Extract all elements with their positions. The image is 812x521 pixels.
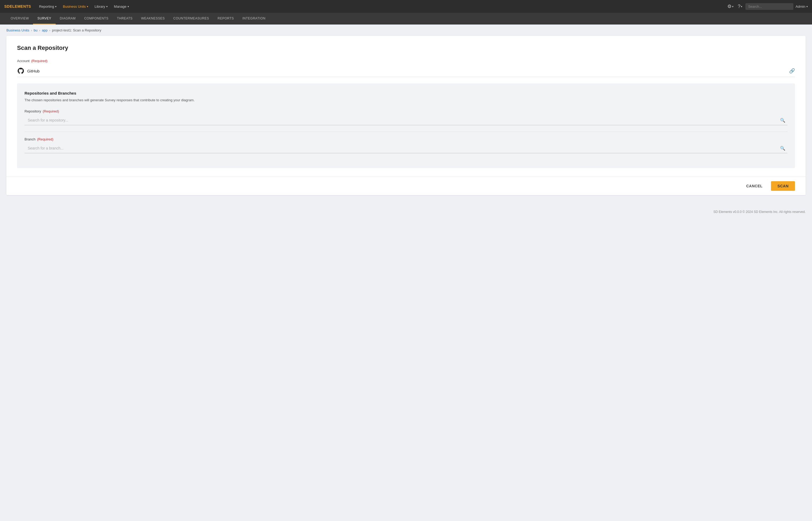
tab-integration[interactable]: INTEGRATION bbox=[238, 13, 270, 24]
breadcrumb-sep-1: › bbox=[31, 28, 32, 32]
logo-suffix: ELEMENTS bbox=[9, 4, 31, 8]
chevron-down-icon: ▾ bbox=[106, 5, 108, 8]
scan-button[interactable]: SCAN bbox=[771, 181, 795, 191]
search-icon: 🔍 bbox=[780, 146, 785, 151]
nav-manage[interactable]: Manage ▾ bbox=[111, 3, 132, 10]
settings-button[interactable]: ⚙ ▾ bbox=[726, 2, 735, 10]
breadcrumb-business-units[interactable]: Business Units bbox=[6, 28, 29, 32]
account-required-badge: (Required) bbox=[31, 59, 47, 63]
nav-reporting[interactable]: Reporting ▾ bbox=[37, 3, 59, 10]
branch-separator bbox=[24, 132, 788, 132]
account-label: Account (Required) bbox=[17, 59, 795, 63]
repo-section: Repositories and Branches The chosen rep… bbox=[17, 84, 795, 168]
tab-reports[interactable]: REPORTS bbox=[213, 13, 238, 24]
branch-search-field: 🔍 bbox=[24, 143, 788, 153]
help-icon: ? bbox=[738, 4, 740, 9]
chevron-down-icon: ▾ bbox=[806, 5, 808, 8]
chevron-down-icon: ▾ bbox=[732, 5, 734, 8]
tab-overview[interactable]: OVERVIEW bbox=[6, 13, 33, 24]
github-icon bbox=[17, 67, 24, 75]
chevron-down-icon: ▾ bbox=[741, 5, 742, 8]
link-icon[interactable]: 🔗 bbox=[789, 68, 795, 74]
nav-right: ⚙ ▾ ? ▾ Admin ▾ bbox=[726, 2, 808, 10]
nav-library[interactable]: Library ▾ bbox=[92, 3, 110, 10]
chevron-down-icon: ▾ bbox=[127, 5, 129, 8]
breadcrumb-sep-2: › bbox=[39, 28, 40, 32]
breadcrumb-app[interactable]: app bbox=[42, 28, 48, 32]
tab-weaknesses[interactable]: WEAKNESSES bbox=[137, 13, 169, 24]
branch-input[interactable] bbox=[24, 143, 788, 153]
repo-section-title: Repositories and Branches bbox=[24, 91, 788, 95]
repository-input[interactable] bbox=[24, 115, 788, 125]
card-body: Scan a Repository Account (Required) Git… bbox=[6, 36, 806, 177]
breadcrumb: Business Units › bu › app › project-test… bbox=[0, 24, 812, 36]
page-footer: SD Elements v0.0.0 © 2024 SD Elements In… bbox=[0, 206, 812, 218]
tab-survey[interactable]: SURVEY bbox=[33, 13, 55, 24]
tab-threats[interactable]: THREATS bbox=[113, 13, 137, 24]
form-card: Scan a Repository Account (Required) Git… bbox=[6, 36, 806, 195]
nav-business-units[interactable]: Business Units ▾ bbox=[60, 3, 91, 10]
tab-countermeasures[interactable]: COUNTERMEASURES bbox=[169, 13, 213, 24]
admin-menu[interactable]: Admin ▾ bbox=[795, 4, 808, 8]
repository-search-field: 🔍 bbox=[24, 115, 788, 125]
logo-prefix: SD bbox=[4, 4, 9, 8]
repository-label: Repository (Required) bbox=[24, 109, 788, 113]
breadcrumb-current: project-test1: Scan a Repository bbox=[52, 28, 101, 32]
repository-required-badge: (Required) bbox=[43, 109, 59, 113]
breadcrumb-sep-3: › bbox=[49, 28, 50, 32]
main-content: Scan a Repository Account (Required) Git… bbox=[0, 36, 812, 206]
cancel-button[interactable]: CANCEL bbox=[741, 181, 768, 191]
branch-required-badge: (Required) bbox=[37, 137, 53, 141]
account-row: GitHub 🔗 bbox=[17, 65, 795, 77]
repo-section-desc: The chosen repositories and branches wil… bbox=[24, 97, 788, 103]
breadcrumb-bu[interactable]: bu bbox=[33, 28, 37, 32]
chevron-down-icon: ▾ bbox=[55, 5, 56, 8]
gear-icon: ⚙ bbox=[727, 3, 732, 9]
chevron-down-icon: ▾ bbox=[87, 5, 88, 8]
card-footer: CANCEL SCAN bbox=[6, 177, 806, 195]
search-icon: 🔍 bbox=[780, 118, 785, 123]
search-input[interactable] bbox=[745, 3, 793, 10]
form-title: Scan a Repository bbox=[17, 45, 795, 51]
branch-label: Branch (Required) bbox=[24, 137, 788, 141]
account-name: GitHub bbox=[17, 67, 40, 75]
help-button[interactable]: ? ▾ bbox=[737, 3, 743, 10]
app-logo: SDELEMENTS bbox=[4, 4, 31, 8]
second-nav: OVERVIEW SURVEY DIAGRAM COMPONENTS THREA… bbox=[0, 13, 812, 24]
top-nav: SDELEMENTS Reporting ▾ Business Units ▾ … bbox=[0, 0, 812, 13]
tab-components[interactable]: COMPONENTS bbox=[80, 13, 113, 24]
tab-diagram[interactable]: DIAGRAM bbox=[56, 13, 80, 24]
